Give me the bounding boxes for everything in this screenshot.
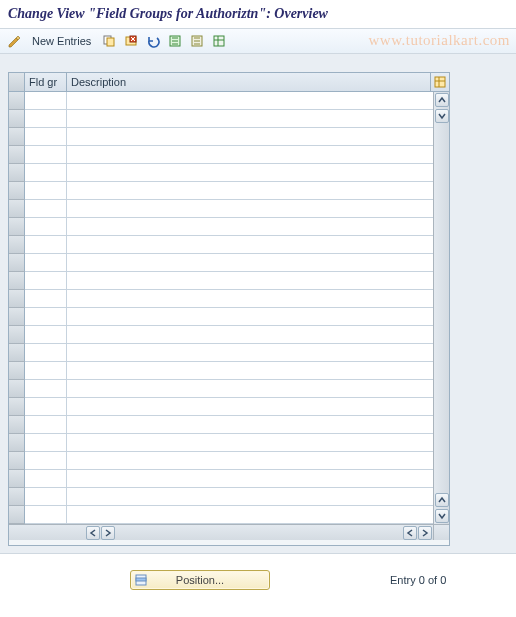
cell-fld-gr[interactable] (25, 452, 67, 470)
row-selector[interactable] (9, 308, 25, 326)
cell-fld-gr[interactable] (25, 236, 67, 254)
cell-fld-gr[interactable] (25, 488, 67, 506)
cell-fld-gr[interactable] (25, 92, 67, 110)
table-settings-button[interactable] (209, 31, 229, 51)
row-selector[interactable] (9, 92, 25, 110)
cell-fld-gr[interactable] (25, 218, 67, 236)
horizontal-scrollbar[interactable] (9, 524, 449, 540)
svg-rect-9 (136, 578, 146, 581)
cell-description[interactable] (67, 470, 433, 488)
vertical-scrollbar[interactable] (433, 92, 449, 524)
undo-change-button[interactable] (143, 31, 163, 51)
row-selector[interactable] (9, 506, 25, 524)
row-selector[interactable] (9, 326, 25, 344)
deselect-all-button[interactable] (187, 31, 207, 51)
cell-fld-gr[interactable] (25, 110, 67, 128)
cell-description[interactable] (67, 290, 433, 308)
cell-fld-gr[interactable] (25, 254, 67, 272)
row-selector[interactable] (9, 362, 25, 380)
cell-fld-gr[interactable] (25, 272, 67, 290)
scroll-down-button[interactable] (435, 109, 449, 123)
copy-as-button[interactable] (99, 31, 119, 51)
cell-fld-gr[interactable] (25, 506, 67, 524)
cell-fld-gr[interactable] (25, 470, 67, 488)
cell-fld-gr[interactable] (25, 434, 67, 452)
row-selector[interactable] (9, 434, 25, 452)
row-selector[interactable] (9, 236, 25, 254)
cell-fld-gr[interactable] (25, 290, 67, 308)
row-selector[interactable] (9, 182, 25, 200)
cell-description[interactable] (67, 308, 433, 326)
cell-description[interactable] (67, 146, 433, 164)
scroll-up-end-button[interactable] (435, 493, 449, 507)
cell-description[interactable] (67, 344, 433, 362)
cell-description[interactable] (67, 200, 433, 218)
column-header-description[interactable]: Description (67, 73, 431, 91)
cell-description[interactable] (67, 218, 433, 236)
row-selector[interactable] (9, 200, 25, 218)
row-selector-header[interactable] (9, 73, 25, 91)
row-selector[interactable] (9, 290, 25, 308)
row-selector[interactable] (9, 110, 25, 128)
cell-fld-gr[interactable] (25, 128, 67, 146)
cell-description[interactable] (67, 236, 433, 254)
cell-fld-gr[interactable] (25, 326, 67, 344)
new-entries-button[interactable]: New Entries (26, 31, 97, 51)
row-selector[interactable] (9, 488, 25, 506)
cell-description[interactable] (67, 434, 433, 452)
delete-button[interactable] (121, 31, 141, 51)
cell-description[interactable] (67, 452, 433, 470)
configure-columns-button[interactable] (431, 73, 449, 91)
cell-description[interactable] (67, 398, 433, 416)
row-selector[interactable] (9, 344, 25, 362)
row-selector[interactable] (9, 380, 25, 398)
cell-description[interactable] (67, 416, 433, 434)
row-selector[interactable] (9, 218, 25, 236)
cell-fld-gr[interactable] (25, 182, 67, 200)
cell-fld-gr[interactable] (25, 164, 67, 182)
cell-fld-gr[interactable] (25, 344, 67, 362)
table-row (9, 452, 433, 470)
cell-description[interactable] (67, 182, 433, 200)
row-selector[interactable] (9, 146, 25, 164)
select-all-button[interactable] (165, 31, 185, 51)
row-selector[interactable] (9, 164, 25, 182)
cell-fld-gr[interactable] (25, 200, 67, 218)
row-selector[interactable] (9, 470, 25, 488)
cell-fld-gr[interactable] (25, 146, 67, 164)
cell-description[interactable] (67, 254, 433, 272)
chevron-up-icon (438, 496, 446, 504)
row-selector[interactable] (9, 416, 25, 434)
cell-description[interactable] (67, 506, 433, 524)
row-selector[interactable] (9, 398, 25, 416)
cell-fld-gr[interactable] (25, 380, 67, 398)
table-config-icon (434, 76, 446, 88)
application-toolbar: New Entries (0, 28, 516, 54)
scroll-right-end-button[interactable] (418, 526, 432, 540)
scroll-right-button[interactable] (101, 526, 115, 540)
cell-description[interactable] (67, 110, 433, 128)
cell-description[interactable] (67, 488, 433, 506)
cell-description[interactable] (67, 362, 433, 380)
row-selector[interactable] (9, 452, 25, 470)
row-selector[interactable] (9, 254, 25, 272)
scroll-down-end-button[interactable] (435, 509, 449, 523)
cell-fld-gr[interactable] (25, 416, 67, 434)
scroll-up-button[interactable] (435, 93, 449, 107)
position-button[interactable]: Position... (130, 570, 270, 590)
cell-description[interactable] (67, 92, 433, 110)
cell-description[interactable] (67, 128, 433, 146)
toggle-display-change-button[interactable] (4, 31, 24, 51)
column-header-fld-gr[interactable]: Fld gr (25, 73, 67, 91)
cell-description[interactable] (67, 380, 433, 398)
cell-fld-gr[interactable] (25, 398, 67, 416)
cell-description[interactable] (67, 164, 433, 182)
cell-description[interactable] (67, 326, 433, 344)
row-selector[interactable] (9, 272, 25, 290)
cell-fld-gr[interactable] (25, 362, 67, 380)
row-selector[interactable] (9, 128, 25, 146)
cell-description[interactable] (67, 272, 433, 290)
scroll-left-button[interactable] (86, 526, 100, 540)
scroll-left-end-button[interactable] (403, 526, 417, 540)
cell-fld-gr[interactable] (25, 308, 67, 326)
